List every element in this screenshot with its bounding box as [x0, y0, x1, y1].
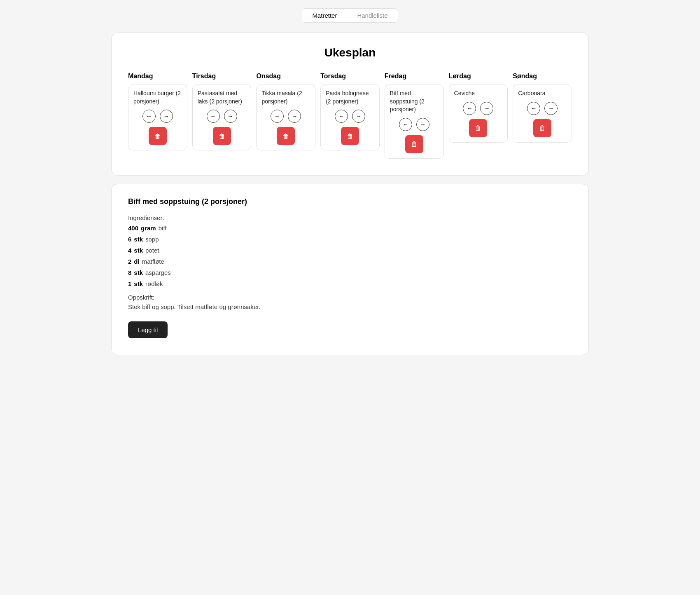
arrow-left-icon: [467, 105, 472, 112]
arrow-left-icon: [146, 113, 152, 119]
day-label-fredag: Fredag: [385, 73, 406, 80]
arrow-left-icon: [274, 113, 280, 119]
ingredient-row-0: 400 gram biff: [128, 225, 572, 232]
ingredient-row-1: 6 stk sopp: [128, 236, 572, 243]
ingredient-name-3: matfløte: [142, 258, 164, 265]
arrow-right-icon: [292, 113, 297, 119]
ingredients-label: Ingredienser:: [128, 214, 572, 221]
delete-lordag[interactable]: [469, 119, 487, 137]
delete-torsdag[interactable]: [341, 127, 359, 145]
ingredient-amount-5: 1: [128, 280, 131, 287]
next-meal-tirsdag[interactable]: [224, 110, 237, 123]
day-column-mandag: Mandag Halloumi burger (2 porsjoner): [128, 73, 187, 159]
trash-icon: [282, 132, 289, 141]
prev-meal-mandag[interactable]: [142, 110, 156, 123]
arrow-right-icon: [163, 113, 169, 119]
meal-name-torsdag: Pasta bolognese (2 porsjoner): [326, 89, 374, 105]
trash-icon: [347, 132, 353, 141]
meal-card-lordag: Ceviche: [449, 84, 508, 143]
delete-onsdag[interactable]: [277, 127, 295, 145]
ingredient-unit-0: gram: [141, 225, 156, 232]
meal-card-fredag: Biff med soppstuing (2 porsjoner): [385, 84, 444, 159]
prev-meal-onsdag[interactable]: [271, 110, 284, 123]
day-label-sondag: Søndag: [513, 73, 537, 80]
meal-card-torsdag: Pasta bolognese (2 porsjoner): [320, 84, 380, 150]
arrow-right-icon: [420, 121, 426, 128]
meal-name-mandag: Halloumi burger (2 porsjoner): [133, 89, 182, 105]
tab-bar: Matretter Handleliste: [302, 8, 398, 23]
next-meal-mandag[interactable]: [160, 110, 173, 123]
nav-buttons-fredag: [399, 118, 429, 131]
prev-meal-torsdag[interactable]: [335, 110, 348, 123]
delete-tirsdag[interactable]: [213, 127, 231, 145]
recipe-section-label: Oppskrift:: [128, 294, 572, 301]
day-label-tirsdag: Tirsdag: [192, 73, 216, 80]
day-label-onsdag: Onsdag: [256, 73, 281, 80]
ukesplan-card: Ukesplan Mandag Halloumi burger (2 porsj…: [111, 33, 589, 176]
ingredient-row-2: 4 stk potet: [128, 247, 572, 254]
arrow-right-icon: [356, 113, 362, 119]
trash-icon: [539, 124, 546, 132]
delete-sondag[interactable]: [533, 119, 551, 137]
trash-icon: [219, 132, 225, 141]
tab-handleliste[interactable]: Handleliste: [347, 9, 397, 22]
tab-matretter[interactable]: Matretter: [302, 9, 347, 22]
next-meal-torsdag[interactable]: [352, 110, 365, 123]
day-label-torsdag: Torsdag: [320, 73, 346, 80]
meal-card-tirsdag: Pastasalat med laks (2 porsjoner): [192, 84, 252, 150]
prev-meal-sondag[interactable]: [527, 102, 540, 115]
meal-card-mandag: Halloumi burger (2 porsjoner): [128, 84, 187, 150]
ingredient-unit-2: stk: [134, 247, 143, 254]
meal-name-onsdag: Tikka masala (2 porsjoner): [261, 89, 310, 105]
arrow-right-icon: [228, 113, 233, 119]
nav-buttons-mandag: [142, 110, 173, 123]
delete-mandag[interactable]: [149, 127, 167, 145]
day-column-lordag: Lørdag Ceviche: [449, 73, 508, 159]
meal-card-onsdag: Tikka masala (2 porsjoner): [256, 84, 315, 150]
ingredient-row-4: 8 stk asparges: [128, 269, 572, 276]
next-meal-lordag[interactable]: [480, 102, 493, 115]
ingredient-name-0: biff: [159, 225, 167, 232]
ingredient-name-2: potet: [145, 247, 159, 254]
next-meal-onsdag[interactable]: [288, 110, 301, 123]
ingredient-unit-5: stk: [134, 280, 143, 287]
ingredient-amount-2: 4: [128, 247, 131, 254]
meal-name-fredag: Biff med soppstuing (2 porsjoner): [390, 89, 439, 114]
arrow-right-icon: [484, 105, 490, 112]
ingredient-row-3: 2 dl matfløte: [128, 258, 572, 265]
ingredient-unit-4: stk: [134, 269, 143, 276]
ingredient-row-5: 1 stk rødløk: [128, 280, 572, 287]
ingredient-amount-4: 8: [128, 269, 131, 276]
arrow-left-icon: [210, 113, 216, 119]
ingredient-unit-3: dl: [134, 258, 139, 265]
prev-meal-lordag[interactable]: [463, 102, 476, 115]
trash-icon: [154, 132, 161, 141]
next-meal-sondag[interactable]: [544, 102, 558, 115]
nav-buttons-torsdag: [335, 110, 365, 123]
arrow-left-icon: [338, 113, 344, 119]
arrow-left-icon: [531, 105, 537, 112]
nav-buttons-tirsdag: [207, 110, 237, 123]
main-container: Ukesplan Mandag Halloumi burger (2 porsj…: [111, 33, 589, 355]
ingredient-name-1: sopp: [145, 236, 159, 243]
arrow-left-icon: [403, 121, 408, 128]
recipe-title: Biff med soppstuing (2 porsjoner): [128, 197, 572, 206]
day-label-mandag: Mandag: [128, 73, 153, 80]
ingredient-amount-0: 400: [128, 225, 138, 232]
ukesplan-title: Ukesplan: [128, 46, 572, 59]
ingredient-amount-3: 2: [128, 258, 131, 265]
meal-name-tirsdag: Pastasalat med laks (2 porsjoner): [198, 89, 246, 105]
ingredient-name-5: rødløk: [145, 280, 163, 287]
recipe-card: Biff med soppstuing (2 porsjoner) Ingred…: [111, 184, 589, 356]
meal-name-sondag: Carbonara: [518, 89, 567, 98]
day-column-tirsdag: Tirsdag Pastasalat med laks (2 porsjoner…: [192, 73, 252, 159]
trash-icon: [411, 140, 418, 148]
meal-name-lordag: Ceviche: [454, 89, 503, 98]
nav-buttons-lordag: [463, 102, 493, 115]
next-meal-fredag[interactable]: [416, 118, 429, 131]
prev-meal-tirsdag[interactable]: [207, 110, 220, 123]
delete-fredag[interactable]: [405, 135, 423, 153]
legg-til-button[interactable]: Legg til: [128, 321, 168, 338]
nav-buttons-onsdag: [271, 110, 301, 123]
prev-meal-fredag[interactable]: [399, 118, 412, 131]
